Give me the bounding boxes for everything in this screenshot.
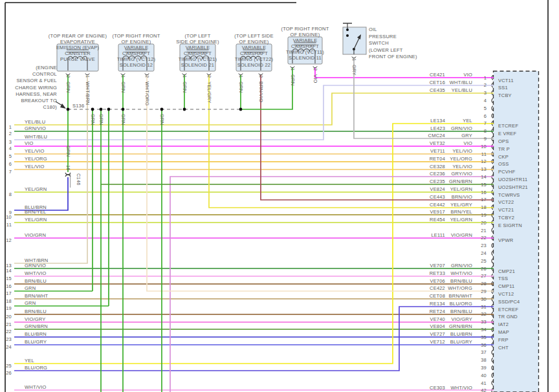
signal-name-label: CKP xyxy=(498,154,509,160)
pin-number: 16 xyxy=(481,190,487,195)
left-wire-color-label: WHT/VIO xyxy=(25,384,46,390)
left-wire-color-label: YEL/BLU xyxy=(25,119,45,125)
circuit-color-label: WHT/VIO xyxy=(451,270,472,276)
circuit-id-label: CMC24 xyxy=(428,133,445,138)
circuit-id-label: CE235 xyxy=(430,179,445,184)
pin-number: 8 xyxy=(484,128,487,134)
splice-dot xyxy=(183,108,186,111)
pin-number: 9 xyxy=(484,136,487,142)
pin-number: 33 xyxy=(481,319,487,325)
component-pin-color-label: GRN xyxy=(290,74,296,85)
signal-name-label: OPS xyxy=(498,138,509,144)
signal-name-label: ETCREF xyxy=(498,123,518,129)
circuit-id-label: LE423 xyxy=(430,125,445,131)
left-wire-color-label: YEL xyxy=(25,358,34,364)
component-pin-color-label: VIO xyxy=(312,74,318,83)
left-wire-color-label: YEL/GRN xyxy=(25,217,47,223)
ops-pin-color-label: GRY xyxy=(351,65,357,76)
harness-note-line: CONTROL xyxy=(32,71,57,77)
splice-dot xyxy=(100,108,103,111)
left-wire-color-label: GRN xyxy=(25,300,36,306)
left-wire-number: 23 xyxy=(6,336,12,342)
pin-number: 7 xyxy=(484,120,487,126)
harness-note-line: CHARGE WIRING xyxy=(15,85,57,91)
pin-hook-icon xyxy=(492,259,493,263)
signal-name-label: MAP xyxy=(498,329,509,335)
circuit-id-label: RE134 xyxy=(430,301,445,307)
left-wire-number: 17 xyxy=(6,290,12,296)
left-wire-number: 6 xyxy=(9,161,12,167)
pin-number: 30 xyxy=(481,296,487,302)
circuit-id-label: VE707 xyxy=(430,263,445,268)
signal-name-label: CMP11 xyxy=(498,283,514,289)
component-pin-number: 1 xyxy=(85,75,91,78)
ops-pin-number: 1 xyxy=(351,58,357,61)
pin-hook-icon xyxy=(492,98,493,103)
circuit-color-label: YEL/GRY xyxy=(450,202,472,208)
component-label-line: (TOP LEFT SIDE xyxy=(234,33,273,39)
circuit-id-label: CE421 xyxy=(430,72,445,78)
wire-blu-org-26 xyxy=(14,307,494,371)
circuit-id-label: VET32 xyxy=(430,140,445,146)
c146-connector-label: C146 xyxy=(76,173,82,186)
pin-number: 13 xyxy=(481,166,487,172)
signal-name-label: CMP21 xyxy=(498,268,515,274)
pin-number: 26 xyxy=(481,266,487,272)
pin-number: 29 xyxy=(481,289,487,294)
left-wire-number: 16 xyxy=(6,283,12,289)
left-wire-color-label: GRN/VIO xyxy=(25,263,46,268)
pin-number: 34 xyxy=(481,327,487,332)
wire-grn-vct11-bus xyxy=(241,68,292,109)
component-label-line: TIMING (VCT12) xyxy=(117,56,156,62)
circuit-color-label: BRN/WHT xyxy=(449,293,473,299)
circuit-color-label: YEL/BLU xyxy=(452,87,472,93)
c146-hook-icon xyxy=(65,175,71,177)
circuit-id-label: VE711 xyxy=(430,148,445,154)
splice-dot xyxy=(239,108,243,111)
circuit-id-label: CE443 xyxy=(430,194,445,200)
circuit-color-label: YEL/ORG xyxy=(450,156,472,162)
circuit-id-label: CET16 xyxy=(430,80,445,85)
left-wire-number: 20 xyxy=(6,314,12,320)
left-wire-color-label: YEL/GRN xyxy=(25,186,47,192)
pin-number: 41 xyxy=(481,380,487,386)
circuit-color-label: WHT/VIO xyxy=(451,385,472,391)
circuit-color-label: VIO xyxy=(463,140,472,146)
circuit-color-label: VIO xyxy=(463,72,472,78)
component-label-line: TIMING (VCT11) xyxy=(286,49,324,55)
component-pin-number: 1 xyxy=(238,75,244,78)
left-wire-color-label: GRN xyxy=(25,285,36,291)
left-wire-color-label: BRN/YEL xyxy=(25,209,47,215)
pin-number: 20 xyxy=(481,220,487,226)
circuit-color-label: BRN/BLU xyxy=(450,278,472,284)
signal-name-label: SS1 xyxy=(498,85,508,91)
pin-hook-icon xyxy=(492,381,493,386)
component-label-line: CAMSHAFT xyxy=(122,50,150,56)
component-pin-color-label: YEL/GRY xyxy=(206,82,212,103)
left-wire-number: 7 xyxy=(9,169,12,175)
circuit-color-label: BRN/YEL xyxy=(451,209,473,215)
component-pin-color-label: GRN xyxy=(182,82,188,93)
pin-hook-icon xyxy=(492,373,493,378)
circuit-color-label: BLU/BRN xyxy=(450,331,472,337)
splice-dot xyxy=(160,108,164,111)
bus-wire-color-label: GRN xyxy=(159,114,165,125)
left-wire-color-label: VIO/GRN xyxy=(25,232,46,238)
pin-number: 1 xyxy=(484,75,487,81)
signal-name-label: TSS xyxy=(498,276,508,281)
circuit-color-label: YEL/GRN xyxy=(450,217,472,223)
component-pin-color-label: WHT/BRN xyxy=(85,82,91,105)
bus-wire-color-label: GRN xyxy=(90,114,96,125)
pin-number: 39 xyxy=(481,365,487,371)
signal-name-label: IAT2 xyxy=(498,321,509,327)
circuit-id-label: VE824 xyxy=(430,186,445,192)
splice-dot xyxy=(67,108,70,111)
circuit-id-label: VE727 xyxy=(430,331,445,337)
component-pin-number: 2 xyxy=(65,75,71,78)
ops-label-line: PRESSURE xyxy=(369,34,397,39)
circuit-color-label: GRY xyxy=(461,133,472,138)
pin-number: 3 xyxy=(484,90,487,96)
left-wire-color-label: WHT/VIO xyxy=(25,270,46,276)
circuit-id-label: VE706 xyxy=(430,278,445,284)
component-pin-color-label: GRN xyxy=(65,82,71,93)
